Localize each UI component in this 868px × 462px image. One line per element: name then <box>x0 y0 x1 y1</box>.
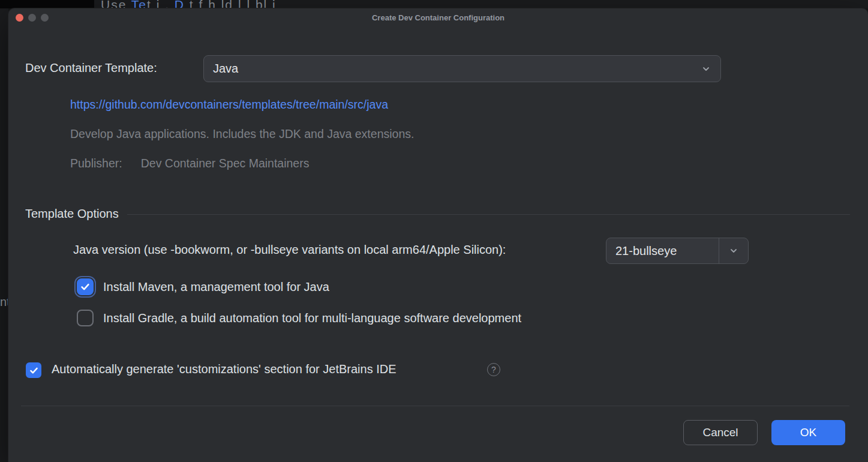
bg-text-part: t i , <box>147 0 175 8</box>
template-publisher-row: Publisher:Dev Container Spec Maintainers <box>70 157 309 170</box>
template-combobox[interactable]: Java <box>203 55 721 82</box>
background-ide-panel <box>0 0 94 8</box>
dialog-title: Create Dev Container Configuration <box>8 13 868 22</box>
footer-divider <box>21 406 849 406</box>
template-description: Develop Java applications. Includes the … <box>70 127 414 141</box>
bg-link-part: D <box>175 0 185 8</box>
install-maven-checkbox[interactable] <box>77 278 94 295</box>
install-maven-label[interactable]: Install Maven, a management tool for Jav… <box>103 280 329 294</box>
template-options-section-header: Template Options <box>25 207 850 221</box>
java-version-combobox[interactable]: 21-bullseye <box>606 238 749 264</box>
section-divider <box>127 214 850 215</box>
background-ide-left-strip: nt <box>0 8 8 462</box>
background-ide-text-fragment: Use Tet i , D t f h ld l l bl i <box>101 0 277 8</box>
install-gradle-label[interactable]: Install Gradle, a build automation tool … <box>103 311 521 325</box>
publisher-label: Publisher: <box>70 157 122 170</box>
template-field-label: Dev Container Template: <box>25 61 157 75</box>
chevron-down-icon <box>692 56 720 82</box>
background-ide-top-strip: Use Tet i , D t f h ld l l bl i <box>0 0 868 8</box>
java-version-value: 21-bullseye <box>606 244 719 258</box>
chevron-down-icon[interactable] <box>719 238 748 263</box>
bg-text-part: Use <box>101 0 131 8</box>
template-combobox-value: Java <box>204 62 692 76</box>
create-dev-container-dialog: Create Dev Container Configuration Dev C… <box>8 8 868 462</box>
cancel-button[interactable]: Cancel <box>683 420 758 445</box>
java-version-label: Java version (use -bookworm, or -bullsey… <box>73 243 506 257</box>
generate-customizations-checkbox[interactable] <box>26 362 41 378</box>
bg-text-part: t f h ld l l bl i <box>185 0 277 8</box>
generate-customizations-label[interactable]: Automatically generate 'customizations' … <box>52 362 397 376</box>
bg-link-part: Te <box>131 0 147 8</box>
ok-button[interactable]: OK <box>771 420 845 445</box>
dialog-titlebar[interactable]: Create Dev Container Configuration <box>8 8 868 26</box>
checkmark-icon <box>80 281 91 292</box>
template-source-link[interactable]: https://github.com/devcontainers/templat… <box>70 98 388 112</box>
help-icon[interactable]: ? <box>487 363 500 376</box>
checkmark-icon <box>29 365 39 376</box>
install-gradle-checkbox[interactable] <box>77 310 94 326</box>
section-title: Template Options <box>25 207 119 221</box>
publisher-value: Dev Container Spec Maintainers <box>141 157 310 170</box>
